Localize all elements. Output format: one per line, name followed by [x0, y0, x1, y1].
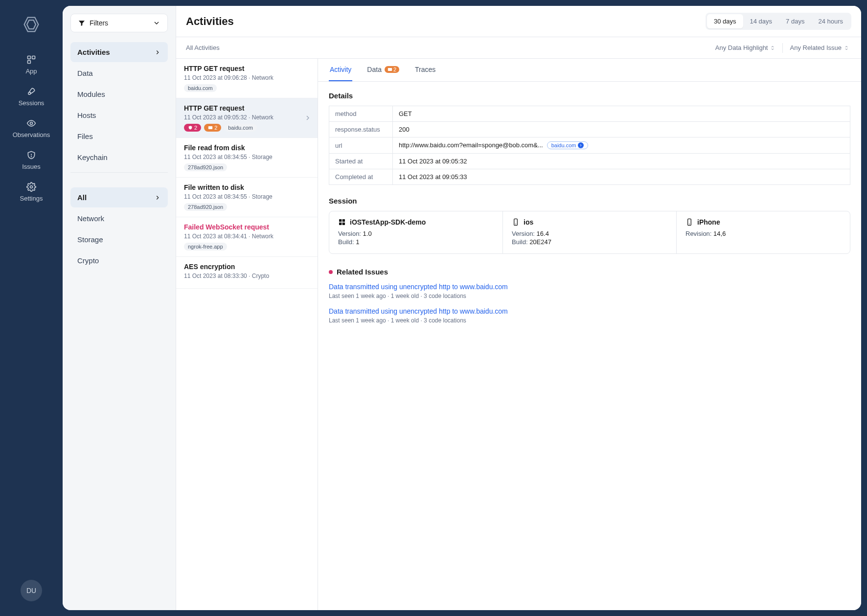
filters-button[interactable]: Filters	[70, 14, 168, 32]
activity-title: HTTP GET request	[184, 104, 310, 112]
time-range-group: 30 days14 days7 days24 hours	[706, 13, 851, 30]
session-card-title: ios	[512, 218, 667, 226]
activity-item[interactable]: Failed WebSocket request 11 Oct 2023 at …	[176, 217, 318, 257]
session-line: Build: 1	[338, 238, 494, 246]
activity-tag: ngrok-free.app	[184, 243, 227, 251]
chevron-right-icon	[304, 114, 312, 122]
eye-icon	[26, 118, 36, 128]
nav-issues[interactable]: Issues	[0, 144, 63, 176]
details-key: method	[329, 106, 393, 122]
details-title: Details	[329, 91, 850, 100]
sidebar-separator	[70, 172, 168, 173]
gear-icon	[26, 182, 36, 192]
chevron-right-icon	[154, 49, 161, 56]
svg-rect-4	[28, 61, 31, 64]
activity-meta: 11 Oct 2023 at 08:33:30 · Crypto	[184, 273, 310, 279]
activity-list: HTTP GET request 11 Oct 2023 at 09:06:28…	[176, 59, 318, 610]
status-dot-icon	[329, 270, 333, 274]
issue-meta: Last seen 1 week ago · 1 week old · 3 co…	[329, 317, 850, 324]
activity-item[interactable]: File written to disk 11 Oct 2023 at 08:3…	[176, 178, 318, 217]
details-row: Completed at11 Oct 2023 at 09:05:33	[329, 169, 850, 185]
sidebar-item-data[interactable]: Data	[70, 63, 168, 83]
sidebar: Filters ActivitiesDataModulesHostsFilesK…	[63, 6, 176, 610]
session-line: Version: 16.4	[512, 230, 667, 237]
activity-item[interactable]: File read from disk 11 Oct 2023 at 08:34…	[176, 138, 318, 178]
details-value: 200	[393, 122, 850, 137]
related-issue: Data transmitted using unencrypted http …	[329, 283, 850, 299]
filter-related-issue[interactable]: Any Related Issue	[788, 42, 851, 53]
chevron-down-icon	[153, 19, 160, 27]
nav-sessions[interactable]: Sessions	[0, 81, 63, 113]
activity-item[interactable]: HTTP GET request 11 Oct 2023 at 09:05:32…	[176, 98, 318, 138]
filter-data-highlight[interactable]: Any Data Highlight	[713, 42, 778, 53]
sidebar-sub-network[interactable]: Network	[70, 208, 168, 228]
session-line: Revision: 14,6	[685, 230, 841, 237]
updown-icon	[770, 45, 776, 51]
activity-detail: Activity Data 2 Traces Details methodG	[318, 59, 861, 610]
nav-app-label: App	[25, 68, 37, 75]
activity-meta: 11 Oct 2023 at 08:34:55 · Storage	[184, 154, 310, 160]
svg-rect-13	[339, 223, 342, 225]
sidebar-item-label: Crypto	[77, 256, 99, 265]
activity-tag: 278ad920.json	[184, 163, 227, 171]
session-card: iosVersion: 16.4Build: 20E247	[503, 211, 677, 253]
range-24-hours[interactable]: 24 hours	[811, 14, 850, 28]
arrow-right-icon	[579, 143, 583, 147]
issue-link[interactable]: Data transmitted using unencrypted http …	[329, 307, 850, 315]
nav-rail: App Sessions Observations Issues Setting…	[0, 0, 63, 616]
svg-rect-2	[28, 56, 31, 59]
id-icon	[208, 125, 213, 130]
range-7-days[interactable]: 7 days	[779, 14, 811, 28]
nav-sessions-label: Sessions	[19, 99, 45, 107]
range-14-days[interactable]: 14 days	[743, 14, 779, 28]
sidebar-sub-all[interactable]: All	[70, 187, 168, 207]
sidebar-item-hosts[interactable]: Hosts	[70, 105, 168, 125]
nav-settings[interactable]: Settings	[0, 176, 63, 208]
sidebar-item-modules[interactable]: Modules	[70, 84, 168, 104]
avatar[interactable]: DU	[21, 580, 42, 601]
svg-rect-11	[339, 219, 342, 222]
sidebar-item-label: Storage	[77, 235, 103, 244]
tab-traces[interactable]: Traces	[414, 59, 436, 81]
session-cards: iOSTestApp-SDK-demoVersion: 1.0Build: 1i…	[329, 211, 850, 254]
activity-item[interactable]: HTTP GET request 11 Oct 2023 at 09:06:28…	[176, 59, 318, 98]
activity-meta: 11 Oct 2023 at 08:34:41 · Network	[184, 233, 310, 240]
tab-data[interactable]: Data 2	[366, 59, 400, 81]
nav-app[interactable]: App	[0, 49, 63, 81]
tab-activity[interactable]: Activity	[329, 59, 352, 81]
nav-observations[interactable]: Observations	[0, 113, 63, 144]
filter-all-activities[interactable]: All Activities	[186, 44, 220, 51]
page-title: Activities	[186, 15, 234, 28]
session-title: Session	[329, 197, 850, 205]
activity-tag: baidu.com	[224, 124, 257, 132]
main-card: Filters ActivitiesDataModulesHostsFilesK…	[63, 6, 861, 610]
svg-rect-9	[208, 126, 212, 129]
sidebar-sub-crypto[interactable]: Crypto	[70, 251, 168, 271]
details-key: response.status	[329, 122, 393, 137]
sidebar-item-files[interactable]: Files	[70, 126, 168, 146]
session-line: Build: 20E247	[512, 238, 667, 246]
svg-point-7	[31, 157, 32, 157]
svg-rect-12	[342, 219, 345, 222]
tab-data-badge: 2	[385, 66, 399, 73]
shield-icon	[188, 125, 193, 130]
sidebar-item-label: Data	[77, 69, 93, 77]
range-30-days[interactable]: 30 days	[707, 14, 743, 28]
phone-icon	[685, 218, 693, 226]
svg-rect-10	[388, 68, 392, 71]
details-key: url	[329, 137, 393, 154]
sidebar-item-activities[interactable]: Activities	[70, 42, 168, 62]
details-value: GET	[393, 106, 850, 122]
chevron-right-icon	[154, 194, 161, 201]
sidebar-sub-storage[interactable]: Storage	[70, 229, 168, 250]
split-pane: HTTP GET request 11 Oct 2023 at 09:06:28…	[176, 59, 861, 610]
id-icon	[388, 67, 392, 72]
url-chip[interactable]: baidu.com	[547, 141, 589, 149]
filters-label: Filters	[90, 19, 108, 27]
svg-point-8	[30, 186, 33, 188]
issue-link[interactable]: Data transmitted using unencrypted http …	[329, 283, 850, 291]
activity-item[interactable]: AES encryption 11 Oct 2023 at 08:33:30 ·…	[176, 257, 318, 289]
shield-alert-icon	[26, 150, 36, 160]
app-logo	[22, 15, 41, 34]
sidebar-item-keychain[interactable]: Keychain	[70, 147, 168, 167]
